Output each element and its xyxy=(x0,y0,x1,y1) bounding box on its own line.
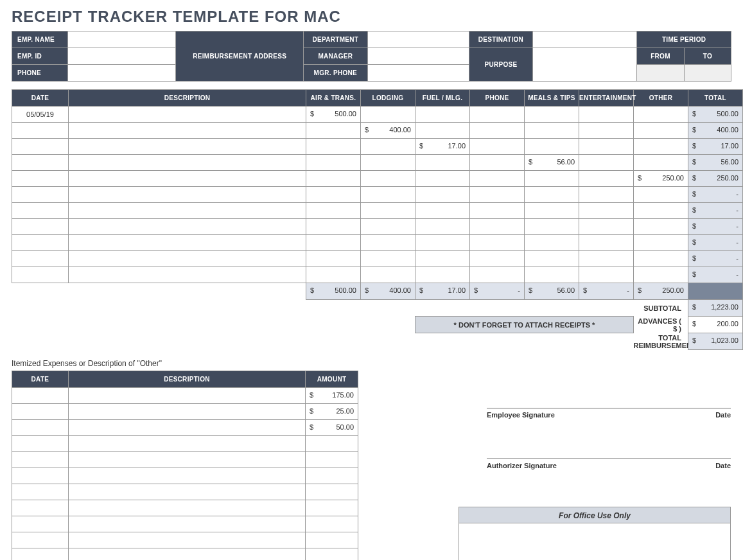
date-cell[interactable] xyxy=(12,155,69,171)
date-cell[interactable] xyxy=(12,516,69,532)
money-cell[interactable]: $175.00 xyxy=(306,388,358,404)
date-cell[interactable] xyxy=(12,251,69,267)
money-cell[interactable] xyxy=(361,155,415,171)
money-cell[interactable] xyxy=(470,123,525,139)
money-cell[interactable] xyxy=(306,235,361,251)
date-cell[interactable] xyxy=(12,267,69,283)
money-cell[interactable] xyxy=(634,219,688,235)
desc-cell[interactable] xyxy=(68,452,305,468)
money-cell[interactable] xyxy=(306,171,361,187)
money-cell[interactable] xyxy=(306,532,358,548)
money-cell[interactable] xyxy=(306,436,358,452)
money-cell[interactable]: $250.00 xyxy=(634,171,688,187)
money-cell[interactable] xyxy=(306,484,358,500)
money-cell[interactable] xyxy=(470,155,525,171)
desc-cell[interactable] xyxy=(69,267,306,283)
money-cell[interactable] xyxy=(415,203,470,219)
money-cell[interactable] xyxy=(361,139,415,155)
money-cell[interactable]: $56.00 xyxy=(525,155,579,171)
desc-cell[interactable] xyxy=(69,219,306,235)
money-cell[interactable] xyxy=(470,235,525,251)
desc-cell[interactable] xyxy=(68,548,305,561)
money-cell[interactable] xyxy=(415,171,470,187)
desc-cell[interactable] xyxy=(69,235,306,251)
money-cell[interactable] xyxy=(306,267,361,283)
money-cell[interactable] xyxy=(579,155,634,171)
money-cell[interactable] xyxy=(579,107,634,123)
desc-cell[interactable] xyxy=(69,155,306,171)
money-cell[interactable] xyxy=(525,107,579,123)
desc-cell[interactable] xyxy=(69,187,306,203)
money-cell[interactable] xyxy=(361,107,415,123)
money-cell[interactable] xyxy=(415,155,470,171)
money-cell[interactable] xyxy=(415,235,470,251)
money-cell[interactable] xyxy=(579,219,634,235)
date-cell[interactable] xyxy=(12,404,69,420)
desc-cell[interactable] xyxy=(68,500,305,516)
money-cell[interactable] xyxy=(361,171,415,187)
money-cell[interactable] xyxy=(415,219,470,235)
money-cell[interactable] xyxy=(306,187,361,203)
money-cell[interactable] xyxy=(415,251,470,267)
money-cell[interactable] xyxy=(306,468,358,484)
desc-cell[interactable] xyxy=(69,171,306,187)
desc-cell[interactable] xyxy=(69,251,306,267)
money-cell[interactable] xyxy=(525,187,579,203)
money-cell[interactable] xyxy=(306,123,361,139)
desc-cell[interactable] xyxy=(68,484,305,500)
money-cell[interactable] xyxy=(579,203,634,219)
date-cell[interactable] xyxy=(12,436,69,452)
desc-cell[interactable] xyxy=(69,123,306,139)
date-cell[interactable] xyxy=(12,219,69,235)
money-cell[interactable] xyxy=(361,251,415,267)
money-cell[interactable] xyxy=(579,139,634,155)
money-cell[interactable] xyxy=(525,267,579,283)
desc-cell[interactable] xyxy=(69,139,306,155)
date-cell[interactable] xyxy=(12,235,69,251)
date-cell[interactable] xyxy=(12,468,69,484)
money-cell[interactable] xyxy=(579,235,634,251)
money-cell[interactable] xyxy=(361,219,415,235)
money-cell[interactable] xyxy=(525,123,579,139)
money-cell[interactable] xyxy=(361,267,415,283)
input-to[interactable] xyxy=(684,65,731,82)
desc-cell[interactable] xyxy=(68,436,305,452)
money-cell[interactable] xyxy=(525,171,579,187)
desc-cell[interactable] xyxy=(68,532,305,548)
money-cell[interactable] xyxy=(634,267,688,283)
input-phone[interactable] xyxy=(68,65,176,82)
desc-cell[interactable] xyxy=(68,388,305,404)
input-manager[interactable] xyxy=(367,48,469,65)
input-mgr-phone[interactable] xyxy=(367,65,469,82)
money-cell[interactable] xyxy=(361,235,415,251)
money-cell[interactable] xyxy=(634,123,688,139)
money-cell[interactable] xyxy=(306,548,358,561)
money-cell[interactable] xyxy=(470,203,525,219)
date-cell[interactable] xyxy=(12,420,69,436)
money-cell[interactable] xyxy=(415,123,470,139)
date-cell[interactable] xyxy=(12,139,69,155)
money-cell[interactable] xyxy=(579,171,634,187)
money-cell[interactable] xyxy=(306,219,361,235)
money-cell[interactable] xyxy=(525,251,579,267)
money-cell[interactable] xyxy=(306,139,361,155)
money-cell[interactable] xyxy=(306,500,358,516)
money-cell[interactable] xyxy=(470,251,525,267)
date-cell[interactable] xyxy=(12,452,69,468)
date-cell[interactable] xyxy=(12,203,69,219)
money-cell[interactable] xyxy=(306,516,358,532)
money-cell[interactable] xyxy=(306,452,358,468)
money-cell[interactable] xyxy=(415,267,470,283)
money-cell[interactable] xyxy=(525,235,579,251)
money-cell[interactable] xyxy=(634,203,688,219)
desc-cell[interactable] xyxy=(69,203,306,219)
money-cell[interactable] xyxy=(470,171,525,187)
money-cell[interactable] xyxy=(525,139,579,155)
desc-cell[interactable] xyxy=(68,404,305,420)
input-destination[interactable] xyxy=(533,31,637,48)
desc-cell[interactable] xyxy=(68,516,305,532)
money-cell[interactable] xyxy=(415,107,470,123)
input-from[interactable] xyxy=(637,65,684,82)
date-cell[interactable] xyxy=(12,484,69,500)
money-cell[interactable] xyxy=(579,251,634,267)
